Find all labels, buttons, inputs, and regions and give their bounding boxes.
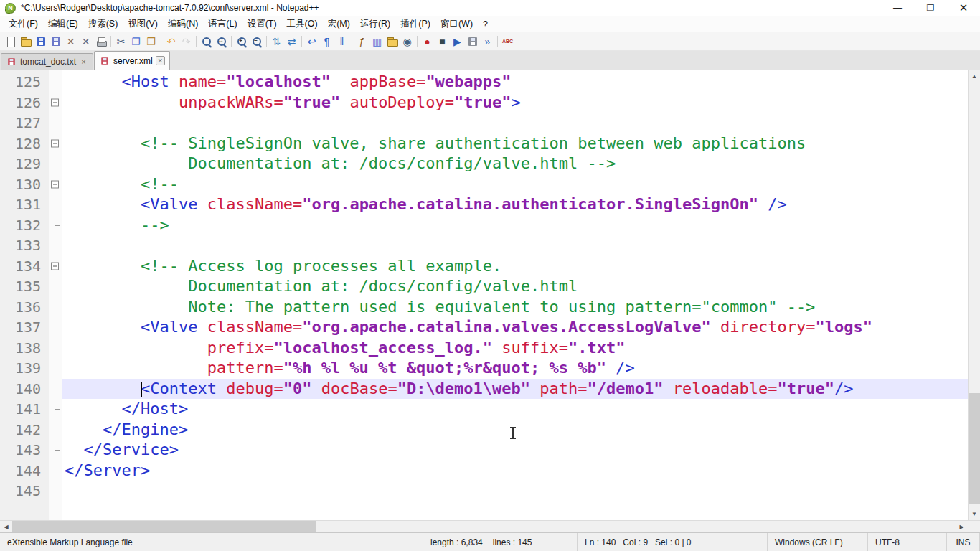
code-line-text[interactable]: </Engine>	[62, 420, 968, 441]
fold-margin[interactable]	[49, 133, 62, 154]
tab-close-icon[interactable]: ×	[156, 56, 165, 65]
save-all-button[interactable]	[48, 34, 63, 50]
code-line-text[interactable]	[62, 481, 968, 501]
code-line-text[interactable]: <!-- SingleSignOn valve, share authentic…	[62, 133, 968, 154]
undo-button[interactable]: ↶	[164, 34, 179, 50]
fold-margin[interactable]	[49, 256, 62, 277]
menu-item-1[interactable]: 文件(F)	[4, 16, 43, 32]
stop-macro-button[interactable]: ■	[435, 34, 450, 50]
menu-item-10[interactable]: 运行(R)	[355, 16, 395, 32]
code-line-text[interactable]: Documentation at: /docs/config/valve.htm…	[62, 154, 968, 174]
menu-item-9[interactable]: 宏(M)	[323, 16, 355, 32]
zoom-in-button[interactable]: +	[234, 34, 249, 50]
code-line-text[interactable]: <Valve className="org.apache.catalina.va…	[62, 317, 968, 338]
code-line-text[interactable]: <Valve className="org.apache.catalina.au…	[62, 194, 968, 215]
line-number[interactable]: 129	[0, 154, 49, 174]
menu-item-8[interactable]: 工具(O)	[282, 16, 323, 32]
tab-tomcat-doc-txt[interactable]: tomcat_doc.txt×	[1, 53, 93, 70]
menu-item-3[interactable]: 搜索(S)	[83, 16, 123, 32]
code-line-text[interactable]: Documentation at: /docs/config/valve.htm…	[62, 276, 968, 297]
line-number[interactable]: 130	[0, 174, 49, 195]
copy-button[interactable]: ❐	[128, 34, 143, 50]
cut-button[interactable]: ✂	[113, 34, 128, 50]
close-all-button[interactable]: ✕	[78, 34, 93, 50]
open-file-button[interactable]	[18, 34, 33, 50]
line-number[interactable]: 145	[0, 481, 49, 501]
minimize-button[interactable]: —	[881, 0, 914, 16]
new-file-button[interactable]	[3, 34, 18, 50]
code-line-text[interactable]: prefix="localhost_access_log." suffix=".…	[62, 338, 968, 359]
line-number[interactable]: 125	[0, 72, 49, 93]
line-number[interactable]: 140	[0, 379, 49, 400]
status-insert-mode[interactable]: INS	[947, 533, 980, 551]
menu-item-6[interactable]: 语言(L)	[203, 16, 242, 32]
maximize-button[interactable]: ❐	[914, 0, 947, 16]
line-number[interactable]: 141	[0, 399, 49, 420]
save-file-button[interactable]	[33, 34, 48, 50]
close-button[interactable]: ✕	[947, 0, 980, 16]
line-number[interactable]: 138	[0, 338, 49, 359]
print-button[interactable]	[93, 34, 108, 50]
vertical-scrollbar[interactable]: ▲ ▼	[968, 70, 980, 520]
menu-item-12[interactable]: 窗口(W)	[435, 16, 478, 32]
menu-item-4[interactable]: 视图(V)	[123, 16, 163, 32]
line-number[interactable]: 144	[0, 461, 49, 481]
code-line-text[interactable]: <Context debug="0" docBase="D:\demo1\web…	[62, 379, 968, 400]
code-line-text[interactable]	[62, 113, 968, 133]
code-line-text[interactable]: </Host>	[62, 399, 968, 420]
code-line-text[interactable]: <Host name="localhost" appBase="webapps"	[62, 72, 968, 93]
fold-margin[interactable]	[49, 174, 62, 195]
document-monitoring-button[interactable]: ◉	[400, 34, 415, 50]
paste-button[interactable]: ❒	[143, 34, 159, 50]
code-line-text[interactable]: <!--	[62, 174, 968, 195]
find-button[interactable]	[199, 34, 214, 50]
code-line-text[interactable]: unpackWARs="true" autoDeploy="true">	[62, 93, 968, 113]
menu-item-5[interactable]: 编码(N)	[163, 16, 203, 32]
horizontal-scrollbar[interactable]: ◀ ▶	[0, 520, 980, 532]
sync-horizontal-scroll-button[interactable]: ⇄	[284, 34, 299, 50]
status-encoding[interactable]: UTF-8	[868, 533, 947, 551]
code-line-text[interactable]: pattern="%h %l %u %t &quot;%r&quot; %s %…	[62, 358, 968, 379]
close-file-button[interactable]: ✕	[63, 34, 78, 50]
show-all-characters-button[interactable]: ¶	[319, 34, 334, 50]
scroll-down-button[interactable]: ▼	[969, 508, 980, 520]
word-wrap-button[interactable]: ↩	[304, 34, 319, 50]
record-macro-button[interactable]: ●	[420, 34, 435, 50]
line-number[interactable]: 134	[0, 256, 49, 277]
line-number[interactable]: 139	[0, 358, 49, 379]
line-number[interactable]: 135	[0, 276, 49, 297]
line-number[interactable]: 131	[0, 194, 49, 215]
scroll-up-button[interactable]: ▲	[969, 70, 980, 83]
redo-button[interactable]: ↷	[179, 34, 194, 50]
code-line-text[interactable]: Note: The pattern used is equivalent to …	[62, 297, 968, 318]
line-number[interactable]: 137	[0, 317, 49, 338]
code-line-text[interactable]: </Server>	[62, 461, 968, 481]
save-macro-button[interactable]	[465, 34, 480, 50]
zoom-out-button[interactable]: −	[249, 34, 264, 50]
tab-server-xml[interactable]: server.xml×	[94, 51, 170, 70]
status-eol-format[interactable]: Windows (CR LF)	[768, 533, 868, 551]
play-macro-button[interactable]: ▶	[450, 34, 465, 50]
sync-vertical-scroll-button[interactable]: ⇅	[269, 34, 284, 50]
code-line-text[interactable]	[62, 235, 968, 256]
indent-guide-button[interactable]: ‖	[334, 34, 349, 50]
spell-check-button[interactable]: ABC	[500, 34, 515, 50]
horizontal-scroll-track[interactable]	[12, 521, 956, 532]
line-number[interactable]: 136	[0, 297, 49, 318]
line-number[interactable]: 127	[0, 113, 49, 133]
vertical-scroll-track[interactable]	[969, 83, 980, 508]
menu-item-13[interactable]: ?	[478, 17, 493, 32]
menu-item-7[interactable]: 设置(T)	[242, 16, 282, 32]
scroll-left-button[interactable]: ◀	[0, 521, 12, 532]
replace-button[interactable]: ↔	[214, 34, 229, 50]
code-line-text[interactable]: -->	[62, 215, 968, 236]
folder-as-workspace-button[interactable]	[385, 34, 400, 50]
line-number[interactable]: 126	[0, 93, 49, 113]
line-number[interactable]: 132	[0, 215, 49, 236]
line-number[interactable]: 143	[0, 440, 49, 461]
scroll-right-button[interactable]: ▶	[956, 521, 968, 532]
vertical-scroll-thumb[interactable]	[969, 393, 980, 504]
document-map-button[interactable]: ▥	[369, 34, 385, 50]
function-list-button[interactable]: ƒ	[354, 34, 369, 50]
run-macro-multiple-button[interactable]: »	[480, 34, 495, 50]
